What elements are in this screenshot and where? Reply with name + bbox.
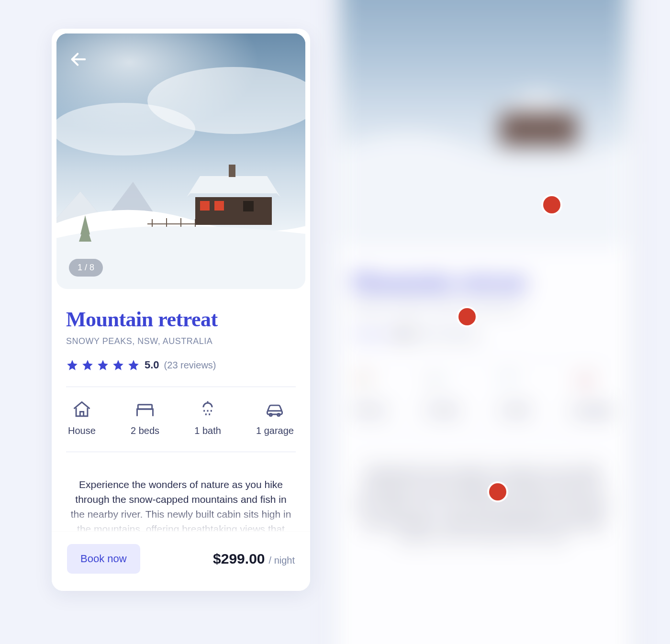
- svg-marker-19: [187, 193, 280, 197]
- phone-preview-blurred: Mountain retreat SNOWY PEAKS, NSW, AUSTR…: [335, 0, 632, 644]
- booking-footer: Book now $299.00 / night: [52, 531, 310, 591]
- price-per-label: / night: [269, 555, 295, 566]
- svg-point-6: [56, 103, 195, 155]
- price-group: $299.00 / night: [213, 551, 295, 567]
- star-icon: [81, 359, 94, 371]
- review-marker[interactable]: [543, 196, 560, 213]
- hero-image-blur: [340, 0, 626, 247]
- svg-rect-20: [229, 165, 235, 177]
- svg-rect-17: [243, 201, 254, 211]
- book-now-button[interactable]: Book now: [67, 544, 140, 574]
- feature-bath-label: 1 bath: [194, 425, 221, 436]
- rating-row: 5.0 (23 reviews): [66, 359, 296, 371]
- feature-garage: 1 garage: [256, 399, 294, 436]
- content-fade: [52, 505, 310, 533]
- shower-icon: [197, 399, 218, 420]
- feature-beds-label: 2 beds: [131, 425, 159, 436]
- bed-icon: [134, 399, 156, 420]
- reviews-count[interactable]: (23 reviews): [164, 360, 216, 371]
- svg-rect-16: [214, 201, 224, 211]
- features-row: House 2 beds 1 bath: [66, 399, 296, 436]
- car-icon: [264, 399, 285, 420]
- feature-type-label: House: [68, 425, 96, 436]
- review-marker[interactable]: [489, 483, 506, 500]
- feature-beds: 2 beds: [131, 399, 159, 436]
- feature-bath: 1 bath: [194, 399, 221, 436]
- review-marker[interactable]: [458, 308, 476, 325]
- phone-card: 1 / 8 Mountain retreat SNOWY PEAKS, NSW,…: [52, 29, 310, 591]
- listing-location: SNOWY PEAKS, NSW, AUSTRALIA: [66, 336, 296, 346]
- house-icon: [71, 399, 92, 420]
- divider: [66, 452, 296, 452]
- divider: [66, 387, 296, 387]
- rating-stars: [66, 359, 140, 371]
- stage: Mountain retreat SNOWY PEAKS, NSW, AUSTR…: [0, 0, 670, 644]
- star-icon: [66, 359, 78, 371]
- svg-rect-1: [500, 113, 577, 146]
- image-counter: 1 / 8: [69, 259, 103, 277]
- price-value: $299.00: [213, 551, 265, 567]
- feature-type: House: [68, 399, 96, 436]
- hero-illustration: [56, 33, 305, 289]
- svg-rect-15: [200, 201, 210, 211]
- feature-garage-label: 1 garage: [256, 425, 294, 436]
- hero-image[interactable]: 1 / 8: [56, 33, 305, 289]
- star-icon: [112, 359, 124, 371]
- star-icon: [97, 359, 109, 371]
- back-button[interactable]: [69, 50, 88, 69]
- rating-score: 5.0: [145, 359, 159, 371]
- star-icon: [127, 359, 140, 371]
- listing-title: Mountain retreat: [66, 307, 296, 332]
- arrow-left-icon: [69, 50, 88, 69]
